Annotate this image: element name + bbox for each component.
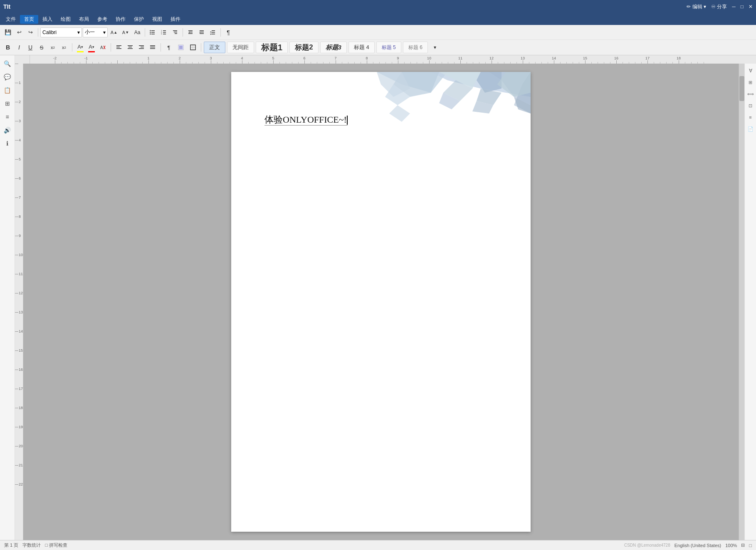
- text-dir-btn[interactable]: ¶: [163, 42, 174, 53]
- menu-file[interactable]: 文件: [2, 15, 20, 24]
- style-normal[interactable]: 正文: [204, 42, 225, 53]
- menu-plugins[interactable]: 插件: [166, 15, 185, 24]
- sidebar-info-icon[interactable]: ℹ: [2, 138, 13, 149]
- scroll-area[interactable]: 体验ONLYOFFICE~!: [23, 64, 739, 540]
- language-indicator[interactable]: English (United States): [674, 543, 721, 548]
- ruler-minor-8-4: [392, 62, 392, 64]
- align-center-btn[interactable]: [125, 42, 136, 53]
- font-shrink-btn[interactable]: A▼: [120, 27, 131, 38]
- share-button[interactable]: ♾ 分享: [711, 3, 727, 10]
- list-ordered-btn[interactable]: 123: [158, 27, 169, 38]
- strikethrough-btn[interactable]: S: [36, 42, 47, 53]
- italic-btn[interactable]: I: [14, 42, 25, 53]
- menu-draw[interactable]: 绘图: [57, 15, 75, 24]
- indent-increase-btn[interactable]: [196, 27, 207, 38]
- document-content[interactable]: 体验ONLYOFFICE~!: [231, 72, 531, 151]
- sidebar-audio-icon[interactable]: 🔊: [2, 124, 13, 136]
- font-color-btn[interactable]: A ▾: [86, 42, 97, 53]
- svg-rect-17: [188, 33, 193, 34]
- font-color-dropdown-arrow[interactable]: ▾: [92, 45, 94, 49]
- zoom-level[interactable]: 100%: [725, 543, 737, 548]
- font-size-selector[interactable]: 小一 ▾: [83, 27, 108, 37]
- align-left-btn[interactable]: [114, 42, 124, 53]
- list-unordered-btn[interactable]: [147, 27, 158, 38]
- style-buttons: 正文 无间距 标题 1 标题 2 标题3 标题 4 标题 5 标题 6 ▾: [204, 42, 754, 53]
- style-heading3[interactable]: 标题3: [320, 42, 347, 53]
- subscript-btn[interactable]: x2: [59, 42, 69, 53]
- right-panel-icon-5[interactable]: ≡: [746, 113, 755, 122]
- sidebar-list-icon[interactable]: ≡: [2, 111, 13, 123]
- more-styles-btn[interactable]: ▾: [430, 42, 440, 53]
- style-heading4[interactable]: 标题 4: [348, 42, 375, 53]
- sidebar-table-icon[interactable]: 📋: [2, 84, 13, 96]
- undo-btn[interactable]: ↩: [14, 27, 25, 38]
- clear-format-btn[interactable]: A: [97, 42, 108, 53]
- document-text[interactable]: 体验ONLYOFFICE~!: [264, 114, 348, 126]
- svg-rect-44: [179, 46, 183, 49]
- sidebar-comment-icon[interactable]: 💬: [2, 71, 13, 83]
- save-btn[interactable]: 💾: [2, 27, 13, 38]
- indent-decrease-btn[interactable]: [185, 27, 196, 38]
- v-ruler-label-17: 17: [19, 387, 23, 391]
- line-spacing-btn[interactable]: [208, 27, 218, 38]
- borders-btn[interactable]: [188, 42, 198, 53]
- menu-protect[interactable]: 保护: [130, 15, 148, 24]
- shading-btn[interactable]: [175, 42, 186, 53]
- right-panel-icon-6[interactable]: 📄: [746, 124, 755, 133]
- vertical-scrollbar[interactable]: [739, 64, 744, 540]
- highlight-dropdown-arrow[interactable]: ▾: [81, 45, 83, 49]
- menu-layout[interactable]: 布局: [75, 15, 93, 24]
- underline-btn[interactable]: U: [25, 42, 36, 53]
- ruler-minor-9-3: [417, 62, 417, 64]
- font-size-arrow: ▾: [103, 30, 106, 35]
- style-heading1[interactable]: 标题 1: [256, 42, 288, 53]
- right-panel-icon-1[interactable]: Ɐ: [746, 66, 755, 75]
- menu-home[interactable]: 首页: [20, 15, 38, 24]
- font-grow-btn[interactable]: A▲: [109, 27, 119, 38]
- font-name-selector[interactable]: Calibri ▾: [40, 27, 82, 37]
- ruler-minor-5-4: [298, 62, 299, 64]
- app-title: TIt: [3, 3, 10, 10]
- edit-button[interactable]: ✏ 编辑 ▾: [687, 3, 706, 10]
- menu-collab[interactable]: 协作: [111, 15, 130, 24]
- minimize-button[interactable]: ─: [732, 4, 736, 10]
- svg-rect-13: [174, 32, 177, 32]
- sidebar-grid-icon[interactable]: ⊞: [2, 98, 13, 109]
- v-ruler-mark-7: [15, 197, 18, 198]
- menu-ref[interactable]: 参考: [93, 15, 111, 24]
- right-panel-icon-4[interactable]: ⊡: [746, 101, 755, 110]
- view-fit-btn[interactable]: ⊟: [741, 543, 745, 548]
- sidebar-search-icon[interactable]: 🔍: [2, 58, 13, 69]
- ruler-minor-11-1: [467, 62, 467, 64]
- ruler-minor-5-1: [279, 62, 280, 64]
- bold-btn[interactable]: B: [2, 42, 13, 53]
- right-panel-icon-3[interactable]: ⟺: [746, 89, 755, 99]
- font-case-btn[interactable]: Aa: [132, 27, 143, 38]
- justify-btn[interactable]: [147, 42, 158, 53]
- menu-insert[interactable]: 插入: [38, 15, 57, 24]
- paragraph-mark-btn[interactable]: ¶: [223, 27, 234, 38]
- ruler-minor-16-1: [623, 62, 623, 64]
- word-count[interactable]: 字数统计: [22, 542, 41, 548]
- style-no-spacing[interactable]: 无间距: [227, 42, 254, 53]
- redo-btn[interactable]: ↪: [25, 27, 36, 38]
- list-multi-btn[interactable]: [170, 27, 180, 38]
- align-right-btn[interactable]: [136, 42, 147, 53]
- svg-rect-21: [200, 33, 204, 34]
- close-button[interactable]: ✕: [749, 4, 753, 10]
- status-left: 第 1 页 字数统计 □ 拼写检查: [4, 542, 67, 548]
- menu-view[interactable]: 视图: [148, 15, 166, 24]
- highlight-color-btn[interactable]: A ▾: [75, 42, 86, 53]
- ruler-label-15: 15: [583, 56, 587, 60]
- maximize-button[interactable]: □: [741, 4, 744, 10]
- ruler-minor-12-1: [498, 62, 498, 64]
- view-page-btn[interactable]: □: [749, 543, 752, 548]
- right-panel-icon-2[interactable]: ⊞: [746, 78, 755, 87]
- scroll-thumb[interactable]: [739, 76, 744, 101]
- style-heading2[interactable]: 标题 2: [289, 42, 318, 53]
- style-heading5[interactable]: 标题 5: [376, 42, 401, 53]
- svg-rect-14: [175, 33, 177, 34]
- spell-check[interactable]: □ 拼写检查: [45, 542, 67, 548]
- style-heading6[interactable]: 标题 6: [403, 42, 428, 53]
- superscript-btn[interactable]: x2: [47, 42, 58, 53]
